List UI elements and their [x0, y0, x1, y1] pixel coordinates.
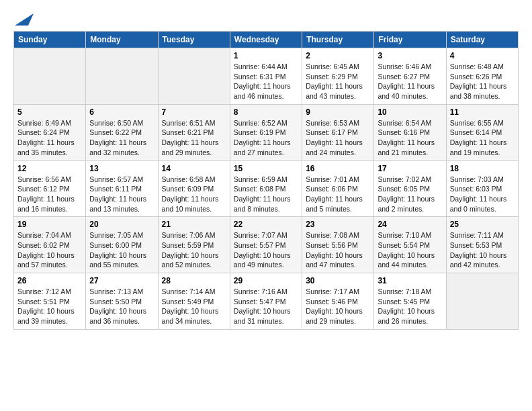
- day-number: 13: [89, 164, 154, 173]
- day-number: 11: [450, 107, 515, 117]
- day-number: 3: [378, 51, 442, 60]
- day-info: Sunrise: 6:58 AM Sunset: 6:09 PM Dayligh…: [162, 175, 226, 214]
- day-number: 6: [89, 107, 154, 117]
- weekday-header-monday: Monday: [86, 32, 158, 48]
- logo-wing-icon: [15, 13, 34, 27]
- day-info: Sunrise: 6:46 AM Sunset: 6:27 PM Dayligh…: [378, 62, 442, 101]
- day-info: Sunrise: 7:12 AM Sunset: 5:51 PM Dayligh…: [17, 287, 82, 326]
- day-info: Sunrise: 7:13 AM Sunset: 5:50 PM Dayligh…: [89, 287, 154, 326]
- day-info: Sunrise: 6:45 AM Sunset: 6:29 PM Dayligh…: [306, 62, 370, 101]
- day-info: Sunrise: 6:48 AM Sunset: 6:26 PM Dayligh…: [450, 62, 515, 101]
- day-number: 8: [234, 107, 298, 117]
- calendar-cell: 31Sunrise: 7:18 AM Sunset: 5:45 PM Dayli…: [374, 273, 446, 330]
- day-info: Sunrise: 6:55 AM Sunset: 6:14 PM Dayligh…: [450, 118, 515, 158]
- calendar-cell: 7Sunrise: 6:51 AM Sunset: 6:21 PM Daylig…: [158, 104, 230, 161]
- day-number: 10: [378, 107, 442, 117]
- day-info: Sunrise: 6:59 AM Sunset: 6:08 PM Dayligh…: [234, 175, 298, 214]
- day-info: Sunrise: 6:54 AM Sunset: 6:16 PM Dayligh…: [378, 118, 442, 158]
- day-number: 20: [89, 220, 154, 229]
- weekday-header-row: SundayMondayTuesdayWednesdayThursdayFrid…: [14, 32, 519, 48]
- day-info: Sunrise: 7:14 AM Sunset: 5:49 PM Dayligh…: [162, 287, 226, 326]
- day-number: 1: [234, 51, 298, 60]
- calendar-cell: 5Sunrise: 6:49 AM Sunset: 6:24 PM Daylig…: [14, 104, 86, 161]
- calendar-cell: 26Sunrise: 7:12 AM Sunset: 5:51 PM Dayli…: [14, 273, 86, 330]
- day-number: 15: [234, 164, 298, 173]
- calendar-cell: 22Sunrise: 7:07 AM Sunset: 5:57 PM Dayli…: [230, 217, 302, 273]
- calendar-cell: [446, 273, 518, 330]
- calendar-cell: 10Sunrise: 6:54 AM Sunset: 6:16 PM Dayli…: [374, 104, 446, 161]
- day-info: Sunrise: 7:07 AM Sunset: 5:57 PM Dayligh…: [234, 230, 298, 270]
- calendar-cell: 27Sunrise: 7:13 AM Sunset: 5:50 PM Dayli…: [86, 273, 158, 330]
- calendar-cell: 23Sunrise: 7:08 AM Sunset: 5:56 PM Dayli…: [302, 217, 374, 273]
- calendar-cell: 4Sunrise: 6:48 AM Sunset: 6:26 PM Daylig…: [446, 48, 518, 105]
- day-number: 7: [162, 107, 226, 117]
- calendar-cell: 2Sunrise: 6:45 AM Sunset: 6:29 PM Daylig…: [302, 48, 374, 105]
- day-number: 31: [378, 276, 442, 285]
- day-number: 26: [17, 276, 82, 285]
- day-info: Sunrise: 7:01 AM Sunset: 6:06 PM Dayligh…: [306, 175, 370, 214]
- day-info: Sunrise: 6:53 AM Sunset: 6:17 PM Dayligh…: [306, 118, 370, 158]
- weekday-header-tuesday: Tuesday: [158, 32, 230, 48]
- calendar-cell: 6Sunrise: 6:50 AM Sunset: 6:22 PM Daylig…: [86, 104, 158, 161]
- day-info: Sunrise: 7:06 AM Sunset: 5:59 PM Dayligh…: [162, 230, 226, 270]
- day-number: 18: [450, 164, 515, 173]
- week-row-4: 19Sunrise: 7:04 AM Sunset: 6:02 PM Dayli…: [14, 217, 519, 273]
- calendar-cell: 30Sunrise: 7:17 AM Sunset: 5:46 PM Dayli…: [302, 273, 374, 330]
- day-info: Sunrise: 6:50 AM Sunset: 6:22 PM Dayligh…: [89, 118, 154, 158]
- svg-marker-0: [15, 13, 34, 26]
- calendar-cell: 9Sunrise: 6:53 AM Sunset: 6:17 PM Daylig…: [302, 104, 374, 161]
- day-number: 28: [162, 276, 226, 285]
- calendar-cell: [86, 48, 158, 105]
- day-number: 21: [162, 220, 226, 229]
- calendar-cell: 16Sunrise: 7:01 AM Sunset: 6:06 PM Dayli…: [302, 161, 374, 217]
- calendar-cell: 25Sunrise: 7:11 AM Sunset: 5:53 PM Dayli…: [446, 217, 518, 273]
- calendar-cell: 1Sunrise: 6:44 AM Sunset: 6:31 PM Daylig…: [230, 48, 302, 105]
- day-number: 19: [17, 220, 82, 229]
- day-number: 23: [306, 220, 370, 229]
- day-number: 30: [306, 276, 370, 285]
- day-info: Sunrise: 7:11 AM Sunset: 5:53 PM Dayligh…: [450, 230, 515, 270]
- week-row-5: 26Sunrise: 7:12 AM Sunset: 5:51 PM Dayli…: [14, 273, 519, 330]
- day-number: 5: [17, 107, 82, 117]
- day-number: 25: [450, 220, 515, 229]
- calendar-cell: 20Sunrise: 7:05 AM Sunset: 6:00 PM Dayli…: [86, 217, 158, 273]
- week-row-3: 12Sunrise: 6:56 AM Sunset: 6:12 PM Dayli…: [14, 161, 519, 217]
- calendar-cell: 8Sunrise: 6:52 AM Sunset: 6:19 PM Daylig…: [230, 104, 302, 161]
- calendar-cell: [158, 48, 230, 105]
- day-number: 14: [162, 164, 226, 173]
- day-info: Sunrise: 6:49 AM Sunset: 6:24 PM Dayligh…: [17, 118, 82, 158]
- day-info: Sunrise: 7:17 AM Sunset: 5:46 PM Dayligh…: [306, 287, 370, 326]
- weekday-header-thursday: Thursday: [302, 32, 374, 48]
- day-info: Sunrise: 6:56 AM Sunset: 6:12 PM Dayligh…: [17, 175, 82, 214]
- calendar-cell: [14, 48, 86, 105]
- day-info: Sunrise: 7:16 AM Sunset: 5:47 PM Dayligh…: [234, 287, 298, 326]
- calendar-cell: 19Sunrise: 7:04 AM Sunset: 6:02 PM Dayli…: [14, 217, 86, 273]
- day-number: 12: [17, 164, 82, 173]
- calendar-cell: 15Sunrise: 6:59 AM Sunset: 6:08 PM Dayli…: [230, 161, 302, 217]
- logo: [13, 13, 34, 26]
- day-info: Sunrise: 6:51 AM Sunset: 6:21 PM Dayligh…: [162, 118, 226, 158]
- day-info: Sunrise: 7:10 AM Sunset: 5:54 PM Dayligh…: [378, 230, 442, 270]
- calendar-cell: 11Sunrise: 6:55 AM Sunset: 6:14 PM Dayli…: [446, 104, 518, 161]
- page-header: [13, 13, 519, 26]
- weekday-header-friday: Friday: [374, 32, 446, 48]
- week-row-1: 1Sunrise: 6:44 AM Sunset: 6:31 PM Daylig…: [14, 48, 519, 105]
- calendar-cell: 24Sunrise: 7:10 AM Sunset: 5:54 PM Dayli…: [374, 217, 446, 273]
- calendar-cell: 18Sunrise: 7:03 AM Sunset: 6:03 PM Dayli…: [446, 161, 518, 217]
- day-number: 17: [378, 164, 442, 173]
- calendar-cell: 21Sunrise: 7:06 AM Sunset: 5:59 PM Dayli…: [158, 217, 230, 273]
- weekday-header-sunday: Sunday: [14, 32, 86, 48]
- day-number: 16: [306, 164, 370, 173]
- calendar-cell: 13Sunrise: 6:57 AM Sunset: 6:11 PM Dayli…: [86, 161, 158, 217]
- day-info: Sunrise: 7:04 AM Sunset: 6:02 PM Dayligh…: [17, 230, 82, 270]
- day-number: 2: [306, 51, 370, 60]
- day-number: 4: [450, 51, 515, 60]
- day-info: Sunrise: 6:52 AM Sunset: 6:19 PM Dayligh…: [234, 118, 298, 158]
- day-number: 29: [234, 276, 298, 285]
- weekday-header-saturday: Saturday: [446, 32, 518, 48]
- day-info: Sunrise: 7:08 AM Sunset: 5:56 PM Dayligh…: [306, 230, 370, 270]
- day-number: 22: [234, 220, 298, 229]
- calendar-cell: 12Sunrise: 6:56 AM Sunset: 6:12 PM Dayli…: [14, 161, 86, 217]
- day-info: Sunrise: 7:02 AM Sunset: 6:05 PM Dayligh…: [378, 175, 442, 214]
- calendar-cell: 29Sunrise: 7:16 AM Sunset: 5:47 PM Dayli…: [230, 273, 302, 330]
